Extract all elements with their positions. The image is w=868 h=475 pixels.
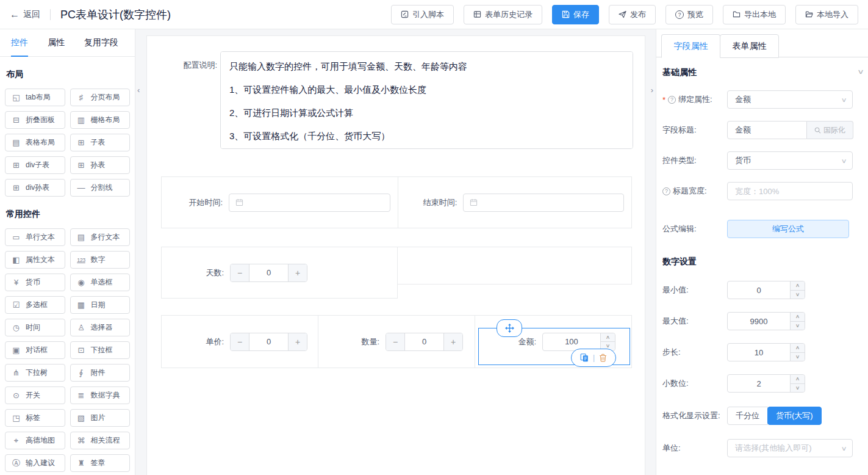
sidebar-item-date[interactable]: ▦日期 (70, 296, 131, 314)
sidebar-item-single-line-text[interactable]: ▭单行文本 (5, 228, 65, 246)
collapse-left-icon[interactable]: ‹ (137, 85, 140, 95)
plus-icon[interactable]: + (288, 264, 307, 281)
sidebar-item-subtable[interactable]: ⊞子表 (70, 134, 131, 151)
sidebar-item-checkbox[interactable]: ☑多选框 (5, 296, 65, 314)
sidebar-item-tag[interactable]: ◳标签 (5, 409, 65, 427)
spinner-up-icon[interactable]: ∧ (600, 333, 615, 343)
sidebar-item-attachment[interactable]: ∮附件 (70, 364, 131, 382)
minus-icon[interactable]: − (386, 333, 405, 350)
bind-property-select[interactable]: 金额 ∨ (727, 90, 853, 109)
sidebar-item-currency[interactable]: ¥货币 (5, 274, 65, 291)
sidebar-item-dropdown-tree[interactable]: ⋔下拉树 (5, 364, 65, 382)
sidebar-item-dialog[interactable]: ▣对话框 (5, 341, 65, 359)
spinner-down-icon[interactable]: ∨ (790, 353, 805, 361)
help-icon: ? (662, 187, 670, 195)
max-value-row: 最大值: ∧∨ (662, 312, 853, 330)
tab-properties[interactable]: 属性 (48, 29, 65, 56)
controls-list: 布局 ◱tab布局♯分页布局⊟折叠面板▥栅格布局▤表格布局⊞子表⊞div子表⊞孙… (0, 57, 135, 475)
sidebar-item-radio[interactable]: ◉单选框 (70, 274, 131, 291)
tab-controls[interactable]: 控件 (11, 29, 28, 56)
unit-select[interactable]: 请选择(其他输入即可) ∨ (727, 439, 853, 457)
save-icon (562, 10, 570, 18)
amount-cell-selected[interactable]: 金额: ∧ ∨ (475, 316, 631, 368)
single-line-text-icon: ▭ (11, 233, 21, 242)
start-time-input[interactable] (229, 194, 390, 212)
sidebar-item-grandchild-table[interactable]: ⊞孙表 (70, 156, 131, 174)
sidebar-item-time[interactable]: ◷时间 (5, 319, 65, 336)
page-layout-icon: ♯ (76, 93, 87, 102)
minus-icon[interactable]: − (231, 333, 249, 350)
plus-icon[interactable]: + (443, 333, 462, 350)
required-mark: * (662, 95, 665, 104)
unit-label: 单位: (662, 443, 727, 454)
spinner-down-icon[interactable]: ∨ (790, 322, 805, 330)
format-button-group: 千分位 货币(大写) (727, 407, 822, 425)
config-description-textarea[interactable]: 只能输入数字的控件，可用于填写金额、天数、年龄等内容 1、可设置控件输入的最大、… (220, 51, 633, 149)
sidebar-item-map[interactable]: ⌖高德地图 (5, 432, 65, 449)
move-handle[interactable] (497, 319, 522, 337)
sidebar-item-related-flow[interactable]: ⌘相关流程 (70, 432, 131, 449)
preview-button[interactable]: ? 预览 (665, 5, 713, 24)
plus-icon[interactable]: + (288, 333, 307, 350)
sidebar-item-number[interactable]: 123数字 (70, 251, 131, 269)
form-history-button[interactable]: 表单历史记录 (464, 5, 542, 24)
write-formula-button[interactable]: 编写公式 (727, 220, 849, 238)
tab-form-properties[interactable]: 表单属性 (720, 34, 779, 58)
export-local-button[interactable]: 导出本地 (723, 5, 786, 24)
sidebar-item-collapse-panel[interactable]: ⊟折叠面板 (5, 111, 65, 129)
section-basic-properties: 基础属性 ∨ (662, 67, 853, 78)
thousands-separator-button[interactable]: 千分位 (727, 407, 768, 425)
end-time-input[interactable] (463, 194, 624, 212)
collapse-right-icon[interactable]: › (651, 85, 653, 95)
i18n-button[interactable]: 国际化 (807, 121, 853, 139)
currency-uppercase-button[interactable]: 货币(大写) (767, 407, 822, 425)
sidebar-item-signature[interactable]: ♜签章 (70, 454, 131, 472)
qty-value-input[interactable] (405, 333, 443, 350)
sidebar-item-user-picker[interactable]: ♙选择器 (70, 319, 131, 336)
days-value-input[interactable] (249, 264, 288, 281)
folder-export-icon (733, 10, 741, 18)
spinner-up-icon[interactable]: ∧ (790, 281, 805, 291)
delete-icon[interactable] (599, 354, 607, 362)
sidebar-item-grid-layout[interactable]: ▥栅格布局 (70, 111, 131, 129)
sidebar-item-input-suggest[interactable]: Ⓐ输入建议 (5, 454, 65, 472)
minus-icon[interactable]: − (231, 264, 249, 281)
tab-field-properties[interactable]: 字段属性 (661, 34, 720, 58)
price-cell: 单价: − + (162, 316, 318, 368)
div-grandchild-table-icon: ⊞ (11, 183, 21, 192)
spinner-down-icon[interactable]: ∨ (790, 384, 805, 393)
sidebar-item-dropdown[interactable]: ⊡下拉框 (70, 341, 131, 359)
switch-icon: ⊙ (11, 391, 21, 400)
sidebar-item-data-dictionary[interactable]: ≣数据字典 (70, 386, 131, 404)
tab-reuse-fields[interactable]: 复用字段 (84, 29, 118, 56)
sidebar-item-image[interactable]: ▧图片 (70, 409, 131, 427)
sidebar-item-property-text[interactable]: ◧属性文本 (5, 251, 65, 269)
spinner-up-icon[interactable]: ∧ (790, 344, 805, 353)
import-script-button[interactable]: 引入脚本 (391, 5, 454, 24)
sidebar-item-div-grandchild-table[interactable]: ⊞div孙表 (5, 179, 65, 197)
max-value-number-input: ∧∨ (727, 312, 805, 330)
control-type-select[interactable]: 货币 ∨ (727, 151, 853, 170)
import-local-button[interactable]: 本地导入 (795, 5, 858, 24)
spinner-down-icon[interactable]: ∨ (790, 291, 805, 299)
sidebar-item-switch[interactable]: ⊙开关 (5, 386, 65, 404)
field-title-input[interactable] (727, 121, 807, 139)
publish-button[interactable]: 发布 (609, 5, 656, 24)
sidebar-item-page-layout[interactable]: ♯分页布局 (70, 89, 131, 106)
save-button[interactable]: 保存 (552, 5, 599, 24)
spinner-up-icon[interactable]: ∧ (790, 375, 805, 384)
title-width-input[interactable] (727, 182, 853, 200)
step-label: 步长: (662, 347, 727, 358)
spinner-up-icon[interactable]: ∧ (790, 313, 805, 322)
price-value-input[interactable] (249, 333, 288, 350)
sidebar-item-multi-line-text[interactable]: ▤多行文本 (70, 228, 131, 246)
sidebar-item-label: 下拉框 (91, 345, 113, 355)
back-button[interactable]: ← 返回 (10, 9, 40, 20)
sidebar-item-divider[interactable]: —分割线 (70, 179, 131, 197)
table-layout-icon: ▤ (11, 138, 21, 147)
sidebar-item-table-layout[interactable]: ▤表格布局 (5, 134, 65, 151)
sidebar-item-div-subtable[interactable]: ⊞div子表 (5, 156, 65, 174)
chevron-down-icon[interactable]: ∨ (857, 68, 864, 76)
copy-icon[interactable] (580, 354, 589, 362)
sidebar-item-tab-layout[interactable]: ◱tab布局 (5, 89, 65, 106)
